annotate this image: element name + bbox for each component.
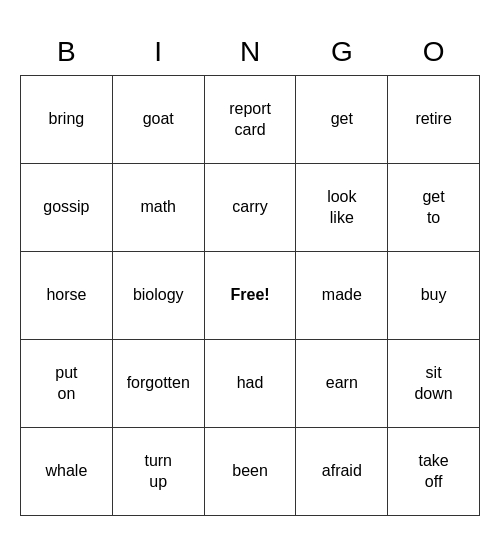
bingo-cell-0-1: goat xyxy=(112,76,204,164)
bingo-cell-1-1: math xyxy=(112,164,204,252)
bingo-cell-4-3: afraid xyxy=(296,428,388,516)
bingo-cell-4-4: takeoff xyxy=(388,428,480,516)
header-letter-o: O xyxy=(388,28,480,76)
header-letter-i: I xyxy=(112,28,204,76)
bingo-cell-3-1: forgotten xyxy=(112,340,204,428)
bingo-cell-2-1: biology xyxy=(112,252,204,340)
bingo-cell-1-2: carry xyxy=(204,164,296,252)
bingo-cell-3-3: earn xyxy=(296,340,388,428)
bingo-row-3: putonforgottenhadearnsitdown xyxy=(21,340,480,428)
bingo-row-0: bringgoatreportcardgetretire xyxy=(21,76,480,164)
bingo-cell-2-2: Free! xyxy=(204,252,296,340)
header-letter-b: B xyxy=(21,28,113,76)
bingo-row-2: horsebiologyFree!madebuy xyxy=(21,252,480,340)
bingo-cell-4-2: been xyxy=(204,428,296,516)
bingo-row-4: whaleturnupbeenafraidtakeoff xyxy=(21,428,480,516)
bingo-card: BINGO bringgoatreportcardgetretiregossip… xyxy=(20,28,480,517)
bingo-cell-0-0: bring xyxy=(21,76,113,164)
bingo-cell-1-4: getto xyxy=(388,164,480,252)
header-letter-n: N xyxy=(204,28,296,76)
bingo-cell-4-1: turnup xyxy=(112,428,204,516)
bingo-cell-4-0: whale xyxy=(21,428,113,516)
header-row: BINGO xyxy=(21,28,480,76)
bingo-cell-0-2: reportcard xyxy=(204,76,296,164)
bingo-cell-2-3: made xyxy=(296,252,388,340)
bingo-cell-3-0: puton xyxy=(21,340,113,428)
header-letter-g: G xyxy=(296,28,388,76)
bingo-cell-3-2: had xyxy=(204,340,296,428)
bingo-row-1: gossipmathcarrylooklikegetto xyxy=(21,164,480,252)
bingo-cell-1-0: gossip xyxy=(21,164,113,252)
bingo-cell-2-0: horse xyxy=(21,252,113,340)
bingo-cell-2-4: buy xyxy=(388,252,480,340)
bingo-cell-0-3: get xyxy=(296,76,388,164)
bingo-cell-1-3: looklike xyxy=(296,164,388,252)
bingo-cell-3-4: sitdown xyxy=(388,340,480,428)
bingo-cell-0-4: retire xyxy=(388,76,480,164)
